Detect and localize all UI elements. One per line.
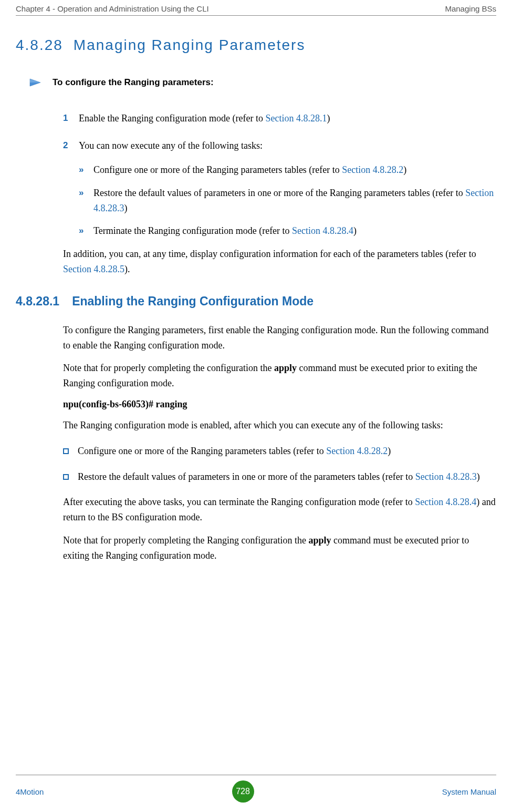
paragraph: The Ranging configuration mode is enable… [63, 418, 496, 433]
paragraph: To configure the Ranging parameters, fir… [63, 323, 496, 353]
sub-item: » Restore the default values of paramete… [79, 186, 496, 216]
page-header: Chapter 4 - Operation and Administration… [0, 0, 512, 15]
section-link[interactable]: Section 4.8.28.5 [63, 264, 124, 274]
step-text: You can now execute any of the following… [79, 139, 263, 153]
step-text: Enable the Ranging configuration mode (r… [79, 111, 330, 126]
bullet-text: Restore the default values of parameters… [78, 469, 480, 485]
bullet-item: Configure one or more of the Ranging par… [63, 444, 496, 459]
bullet-item: Restore the default values of parameters… [63, 469, 496, 485]
section-link[interactable]: Section 4.8.28.1 [265, 113, 327, 124]
footer-right: System Manual [442, 787, 496, 796]
section-title: Managing Ranging Parameters [74, 37, 306, 53]
section-number: 4.8.28 [16, 37, 63, 54]
section-link[interactable]: Section 4.8.28.4 [415, 497, 476, 507]
chevron-icon: » [79, 162, 93, 178]
sub-text: Restore the default values of parameters… [93, 186, 496, 216]
section-heading: 4.8.28Managing Ranging Parameters [0, 16, 512, 69]
paragraph: Note that for properly completing the Ra… [63, 533, 496, 563]
page-number-badge: 728 [232, 780, 254, 803]
chevron-icon: » [79, 223, 93, 239]
footer-left: 4Motion [16, 787, 44, 796]
footer-row: 4Motion 728 System Manual [16, 780, 496, 803]
step-number: 2 [63, 139, 79, 153]
code-line: npu(config-bs-66053)# ranging [63, 399, 496, 410]
step-number: 1 [63, 111, 79, 126]
section-link[interactable]: Section 4.8.28.4 [292, 225, 353, 236]
section-link[interactable]: Section 4.8.28.2 [326, 446, 388, 456]
square-bullet-icon [63, 444, 78, 459]
header-right: Managing BSs [445, 4, 496, 13]
header-left: Chapter 4 - Operation and Administration… [16, 4, 209, 13]
chevron-icon: » [79, 186, 93, 216]
section-link[interactable]: Section 4.8.28.2 [342, 165, 403, 175]
bold-text: apply [308, 535, 331, 546]
paragraph: Note that for properly completing the co… [63, 361, 496, 391]
page-footer: 4Motion 728 System Manual [0, 775, 512, 812]
sub-item: » Terminate the Ranging configuration mo… [79, 223, 496, 239]
sub-item: » Configure one or more of the Ranging p… [79, 162, 496, 178]
bullet-text: Configure one or more of the Ranging par… [78, 444, 391, 459]
arrow-icon [29, 77, 45, 88]
section-link[interactable]: Section 4.8.28.3 [415, 471, 477, 482]
sub-text: Configure one or more of the Ranging par… [93, 162, 406, 178]
step-2: 2 You can now execute any of the followi… [63, 139, 496, 153]
paragraph: After executing the above tasks, you can… [63, 495, 496, 525]
subsection-content: To configure the Ranging parameters, fir… [0, 323, 512, 563]
addition-para: In addition, you can, at any time, displ… [63, 246, 496, 277]
callout-row: To configure the Ranging parameters: [0, 69, 512, 98]
subsection-heading: 4.8.28.1 Enabling the Ranging Configurat… [0, 285, 512, 315]
subsection-title: Enabling the Ranging Configuration Mode [72, 294, 314, 309]
main-content: 1 Enable the Ranging configuration mode … [0, 111, 512, 277]
subsection-number: 4.8.28.1 [16, 294, 59, 309]
bold-text: apply [274, 363, 297, 373]
footer-divider [16, 775, 496, 775]
square-bullet-icon [63, 469, 78, 485]
step-1: 1 Enable the Ranging configuration mode … [63, 111, 496, 126]
callout-text: To configure the Ranging parameters: [53, 77, 214, 88]
sub-text: Terminate the Ranging configuration mode… [93, 223, 357, 239]
